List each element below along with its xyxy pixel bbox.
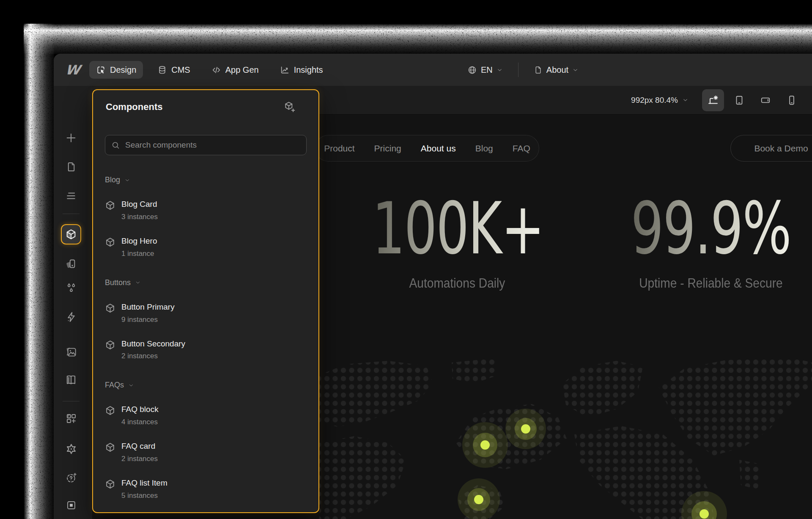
pages-button[interactable] [62,157,80,176]
tablet-icon [734,95,745,106]
drops-icon [66,283,77,294]
component-item-button-secondary[interactable]: Button Secondary 2 instances [105,339,307,361]
component-cube-icon [105,237,115,247]
cta-label: Book a Demo [754,143,808,154]
nav-link-blog[interactable]: Blog [475,143,493,154]
component-item-blog-hero[interactable]: Blog Hero 1 instance [105,236,307,258]
logo-glyph: W [64,62,81,77]
section-header-buttons[interactable]: Buttons [105,278,307,287]
search-components-field[interactable] [105,135,307,155]
navigator-button[interactable] [62,187,80,205]
stat-caption: Uptime - Reliable & Secure [593,275,812,291]
nav-link-faq[interactable]: FAQ [513,143,530,154]
search-icon [111,141,120,150]
chevron-down-icon [124,177,130,183]
page-menu-label: About [546,65,568,75]
interactions-button[interactable] [62,308,80,326]
settings-button[interactable] [62,439,80,458]
component-cube-icon [105,340,115,350]
component-item-blog-card[interactable]: Blog Card 3 instances [105,200,307,221]
phone-landscape-icon [760,95,771,106]
component-texts: Blog Card 3 instances [121,200,158,221]
device-phone-landscape-button[interactable] [754,89,776,111]
component-texts: FAQ block 4 instances [121,405,159,426]
webstudio-logo[interactable]: W [63,62,82,77]
docs-button[interactable] [62,371,80,390]
section-label: Blog [105,176,120,184]
component-cube-icon [105,303,115,313]
component-cube-icon [105,200,115,211]
apps-button[interactable] [62,409,80,428]
section-header-blog[interactable]: Blog [105,176,307,184]
breakpoint-label: 992px 80.4% [631,96,678,105]
nav-link-pricing[interactable]: Pricing [374,143,401,154]
component-name: FAQ block [121,405,159,414]
page-icon [534,66,543,74]
component-item-faq-card[interactable]: FAQ card 2 instances [105,442,307,463]
tab-label: App Gen [225,65,259,75]
stat-caption: Automations Daily [339,275,576,291]
device-laptop-button[interactable] [702,89,724,111]
topbar-left-cluster: W Design CMS [54,54,337,86]
component-item-button-primary[interactable]: Button Primary 9 instances [105,302,307,324]
tab-design[interactable]: Design [89,61,143,79]
topbar-right-cluster: EN About [467,54,579,86]
search-input[interactable] [124,140,300,150]
select-cursor-icon [96,65,106,75]
laptop-star-icon [707,94,719,106]
section-label: FAQs [105,381,124,390]
components-button-active[interactable] [61,224,81,244]
divider [63,214,80,214]
line-chart-icon [280,65,290,75]
component-name: Button Secondary [121,339,185,349]
section-header-faqs[interactable]: FAQs [105,381,307,390]
component-instance-count: 2 instances [121,455,158,463]
add-button[interactable] [62,129,80,147]
language-label: EN [481,65,493,75]
create-component-button[interactable] [284,101,296,113]
component-item-faq-list-item[interactable]: FAQ list Item 5 instances [105,478,307,500]
breakpoint-size-control[interactable]: 992px 80.4% [631,96,689,105]
component-name: FAQ list Item [121,478,167,488]
stat-value: 100K+ [372,192,544,264]
panel-header: Components [105,100,307,113]
left-toolbar [54,86,92,519]
assets-button[interactable] [62,342,80,361]
component-instance-count: 3 instances [121,213,158,221]
map-marker [505,409,546,449]
component-item-faq-block[interactable]: FAQ block 4 instances [105,405,307,426]
component-name: Blog Hero [121,236,157,246]
nav-link-about-us[interactable]: About us [421,143,456,154]
language-selector[interactable]: EN [467,65,503,75]
style-sources-button[interactable] [62,254,80,273]
stop-button[interactable] [62,496,80,514]
page-selector[interactable]: About [534,65,579,75]
divider [518,63,518,77]
nav-link-product[interactable]: Product [324,143,354,154]
component-texts: Button Primary 9 instances [121,302,175,324]
components-cube-icon [65,228,77,240]
stat-uptime: 99.9% Uptime - Reliable & Secure [593,192,812,291]
book-a-demo-button[interactable]: Book a Demo [730,135,812,162]
component-instance-count: 5 instances [121,492,167,500]
tab-app-gen[interactable]: App Gen [205,61,266,79]
component-instance-count: 9 instances [121,316,175,324]
help-button[interactable] [62,468,80,487]
component-name: Button Primary [121,302,175,312]
component-name: FAQ card [121,442,158,451]
tab-label: CMS [171,65,190,75]
help-icon [66,472,77,483]
chevron-down-icon [135,280,141,286]
lightning-icon [66,311,77,323]
component-cube-icon [105,479,115,489]
tab-insights[interactable]: Insights [273,61,330,79]
stat-value: 99.9% [631,192,791,264]
swatches-icon [66,258,77,269]
component-instance-count: 2 instances [121,352,185,360]
design-tokens-button[interactable] [62,279,80,297]
tab-cms[interactable]: CMS [151,61,197,79]
device-tablet-button[interactable] [728,89,750,111]
device-phone-portrait-button[interactable] [781,89,803,111]
image-icon [66,346,77,357]
grid-plus-icon [66,413,77,424]
